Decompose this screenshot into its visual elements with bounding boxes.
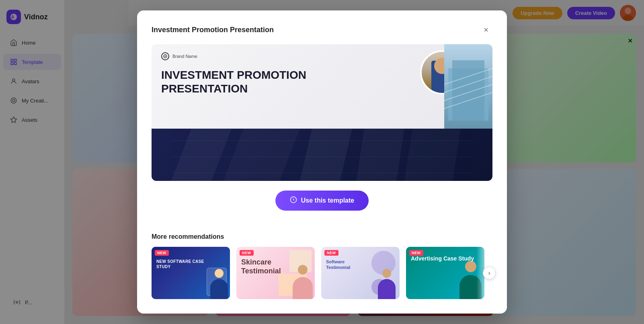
rec-badge-3: NEW bbox=[324, 250, 338, 256]
use-template-icon bbox=[290, 196, 297, 205]
skincare-person bbox=[291, 263, 315, 299]
recommendations-title: More recommendations bbox=[152, 233, 492, 240]
brand-circle bbox=[161, 52, 169, 60]
advertising-title: Advertising Case Study bbox=[411, 255, 474, 262]
rec-1-person bbox=[208, 267, 230, 299]
recommendations-row: NEW NEW SOFTWARE CASE STUDY bbox=[152, 247, 492, 299]
preview-bottom-section bbox=[152, 129, 492, 181]
advertising-person bbox=[456, 259, 484, 299]
preview-brand: Brand Name bbox=[161, 52, 197, 60]
sw-testimonial-title: Software Testimonial bbox=[326, 259, 366, 271]
skincare-text-area: SkincareTestimonial bbox=[241, 258, 281, 275]
brand-name-text: Brand Name bbox=[172, 54, 197, 59]
modal-dialog: Investment Promotion Presentation × Bran… bbox=[137, 10, 507, 314]
modal-header: Investment Promotion Presentation × bbox=[152, 23, 492, 36]
preview-top-section: Brand Name INVESTMENT PROMOTION PRESENTA… bbox=[152, 44, 492, 129]
use-template-wrapper: Use this template bbox=[152, 191, 492, 222]
recommendations-next-button[interactable]: › bbox=[483, 267, 496, 279]
preview-pattern bbox=[152, 129, 492, 181]
svg-rect-17 bbox=[452, 60, 484, 121]
svg-point-15 bbox=[165, 56, 166, 57]
rec-card-1-title: NEW SOFTWARE CASE STUDY bbox=[156, 259, 209, 269]
modal-title: Investment Promotion Presentation bbox=[152, 26, 274, 34]
recommendations-section: More recommendations NEW NEW SOFTWARE CA… bbox=[152, 233, 492, 299]
preview-presentation-title: INVESTMENT PROMOTION PRESENTATION bbox=[161, 68, 314, 95]
rec-card-skincare[interactable]: NEW SkincareTestimonial bbox=[236, 247, 315, 299]
use-template-button[interactable]: Use this template bbox=[275, 191, 369, 211]
skincare-title: SkincareTestimonial bbox=[241, 258, 281, 275]
rec-card-sw-testimonial[interactable]: NEW Software Testimonial bbox=[321, 247, 400, 299]
rec-badge-2: NEW bbox=[240, 250, 254, 256]
rec-badge-1: NEW bbox=[155, 250, 169, 256]
rec-card-advertising[interactable]: NEW Advertising Case Study bbox=[406, 247, 484, 299]
use-template-label: Use this template bbox=[301, 197, 354, 204]
modal-overlay: Investment Promotion Presentation × Bran… bbox=[0, 0, 644, 324]
sw-person bbox=[375, 267, 398, 299]
modal-close-button[interactable]: × bbox=[480, 23, 492, 36]
rec-1-title-text: NEW SOFTWARE CASE STUDY bbox=[156, 259, 209, 269]
modal-preview: Brand Name INVESTMENT PROMOTION PRESENTA… bbox=[152, 44, 492, 181]
recommendations-container: NEW NEW SOFTWARE CASE STUDY bbox=[152, 247, 492, 299]
rec-card-software-case-study[interactable]: NEW NEW SOFTWARE CASE STUDY bbox=[152, 247, 230, 299]
building-image bbox=[444, 44, 492, 129]
